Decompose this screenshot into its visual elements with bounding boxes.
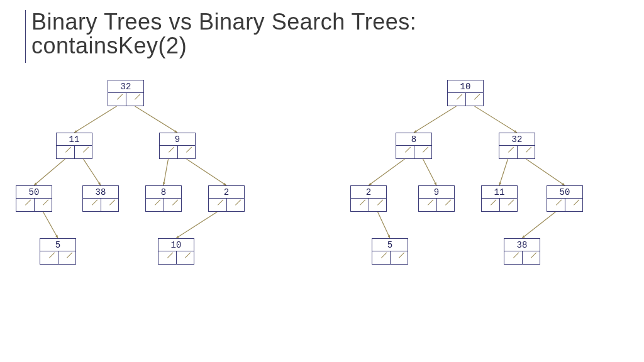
node-value: 2 (351, 186, 386, 199)
tree-node-38: 38 (504, 238, 540, 265)
tree-node-50: 50 (16, 185, 52, 212)
tree-node-9: 9 (159, 133, 196, 159)
ptr-left (83, 199, 101, 211)
ptr-right (466, 93, 484, 106)
ptr-left (146, 199, 164, 211)
svg-line-16 (414, 106, 457, 133)
ptr-left (448, 93, 466, 106)
tree-node-2: 2 (208, 185, 245, 212)
node-value: 10 (448, 80, 483, 93)
page-title: Binary Trees vs Binary Search Trees: con… (31, 10, 625, 58)
ptr-left (158, 251, 177, 264)
node-value: 38 (504, 239, 540, 251)
node-value: 8 (396, 133, 431, 146)
tree-node-5: 5 (40, 238, 76, 265)
tree-node-32: 32 (108, 80, 144, 106)
svg-line-24 (499, 159, 508, 185)
tree-node-2: 2 (350, 185, 387, 212)
tree-node-9: 9 (418, 185, 455, 212)
tree-node-11: 11 (56, 133, 92, 159)
ptr-right (369, 199, 387, 211)
title-accent-line (25, 10, 26, 63)
ptr-right (75, 146, 92, 158)
ptr-left (372, 251, 391, 264)
tree-node-8: 8 (145, 185, 182, 212)
svg-line-8 (164, 159, 169, 185)
tree-node-5: 5 (372, 238, 408, 265)
svg-line-18 (475, 106, 518, 133)
ptr-left (57, 146, 75, 158)
node-value: 10 (158, 239, 194, 251)
ptr-right (178, 146, 196, 158)
node-value: 9 (419, 186, 454, 199)
tree-node-50: 50 (547, 185, 583, 212)
ptr-left (499, 146, 518, 158)
tree-node-10: 10 (447, 80, 484, 106)
svg-line-28 (378, 212, 391, 238)
ptr-right (126, 93, 144, 106)
tree-edges (0, 75, 644, 358)
svg-line-2 (135, 106, 178, 133)
ptr-right (164, 199, 182, 211)
node-value: 38 (83, 186, 118, 199)
ptr-left (160, 146, 178, 158)
node-value: 9 (160, 133, 195, 146)
tree-node-8: 8 (396, 133, 432, 159)
title-line-1: Binary Trees vs Binary Search Trees: (31, 10, 625, 34)
ptr-left (482, 199, 500, 211)
node-value: 11 (482, 186, 517, 199)
node-value: 32 (499, 133, 535, 146)
ptr-right (35, 199, 52, 211)
ptr-left (209, 199, 227, 211)
ptr-right (177, 251, 194, 264)
svg-line-0 (74, 106, 117, 133)
svg-line-20 (369, 159, 405, 185)
tree-node-38: 38 (82, 185, 119, 212)
ptr-left (108, 93, 126, 106)
ptr-left (16, 199, 35, 211)
ptr-left (40, 251, 58, 264)
ptr-left (504, 251, 523, 264)
ptr-left (396, 146, 414, 158)
tree-node-10: 10 (158, 238, 194, 265)
tree-node-11: 11 (481, 185, 518, 212)
ptr-right (523, 251, 540, 264)
node-value: 50 (16, 186, 52, 199)
tree-diagram-area: 3211950388251010832291150538 (0, 75, 644, 358)
node-value: 50 (547, 186, 582, 199)
ptr-right (500, 199, 518, 211)
node-value: 11 (57, 133, 92, 146)
svg-line-4 (34, 159, 65, 185)
tree-node-32: 32 (499, 133, 535, 159)
ptr-left (419, 199, 437, 211)
ptr-right (391, 251, 408, 264)
ptr-right (565, 199, 583, 211)
node-value: 5 (40, 239, 75, 251)
node-value: 8 (146, 186, 181, 199)
ptr-right (58, 251, 76, 264)
ptr-right (227, 199, 245, 211)
svg-line-30 (522, 212, 556, 238)
svg-line-12 (43, 212, 58, 238)
ptr-right (437, 199, 455, 211)
ptr-right (101, 199, 119, 211)
node-value: 2 (209, 186, 244, 199)
svg-line-10 (187, 159, 227, 185)
ptr-right (518, 146, 535, 158)
svg-line-22 (423, 159, 437, 185)
node-value: 5 (372, 239, 408, 251)
title-line-2: containsKey(2) (31, 34, 625, 58)
ptr-left (351, 199, 369, 211)
node-value: 32 (108, 80, 143, 93)
ptr-left (547, 199, 565, 211)
svg-line-14 (176, 212, 218, 238)
svg-line-6 (84, 159, 101, 185)
ptr-right (414, 146, 432, 158)
svg-line-26 (526, 159, 565, 185)
